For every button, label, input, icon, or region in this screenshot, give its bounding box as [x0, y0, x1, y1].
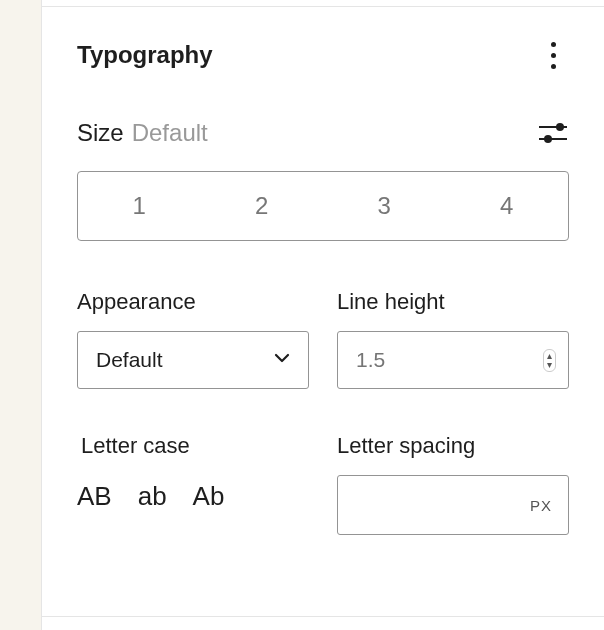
size-preset-3[interactable]: 3: [323, 172, 446, 240]
chevron-down-icon: [272, 348, 292, 373]
stepper-icon[interactable]: ▴ ▾: [543, 349, 556, 372]
letter-case-upper[interactable]: AB: [77, 481, 112, 512]
line-height-field[interactable]: ▴ ▾: [337, 331, 569, 389]
size-label-group: Size Default: [77, 119, 208, 147]
size-preset-group: 1 2 3 4: [77, 171, 569, 241]
ellipsis-vertical-icon: [551, 42, 556, 69]
size-label: Size: [77, 119, 124, 147]
appearance-value: Default: [96, 348, 163, 372]
letter-case-lower[interactable]: ab: [138, 481, 167, 512]
left-gutter: [0, 0, 42, 630]
size-preset-1[interactable]: 1: [78, 172, 201, 240]
typography-panel: Typography Size Default: [42, 0, 604, 630]
letter-case-group: AB ab Ab: [77, 475, 309, 512]
section-title: Typography: [77, 41, 213, 69]
letter-spacing-label: Letter spacing: [337, 433, 569, 459]
line-height-input[interactable]: [356, 348, 550, 372]
letter-spacing-unit[interactable]: PX: [530, 497, 552, 514]
appearance-label: Appearance: [77, 289, 309, 315]
size-preset-2[interactable]: 2: [201, 172, 324, 240]
size-preset-4[interactable]: 4: [446, 172, 569, 240]
line-height-label: Line height: [337, 289, 569, 315]
stepper-down[interactable]: ▾: [547, 361, 552, 369]
divider-bottom: [42, 616, 604, 630]
letter-spacing-field[interactable]: PX: [337, 475, 569, 535]
appearance-select[interactable]: Default: [77, 331, 309, 389]
letter-spacing-input[interactable]: [356, 493, 550, 517]
sliders-icon: [539, 122, 567, 144]
typography-options-button[interactable]: [537, 39, 569, 71]
size-current-value: Default: [132, 119, 208, 147]
letter-case-label: Letter case: [77, 433, 309, 459]
size-custom-toggle[interactable]: [537, 117, 569, 149]
divider-top: [42, 0, 604, 7]
letter-case-capitalize[interactable]: Ab: [193, 481, 225, 512]
